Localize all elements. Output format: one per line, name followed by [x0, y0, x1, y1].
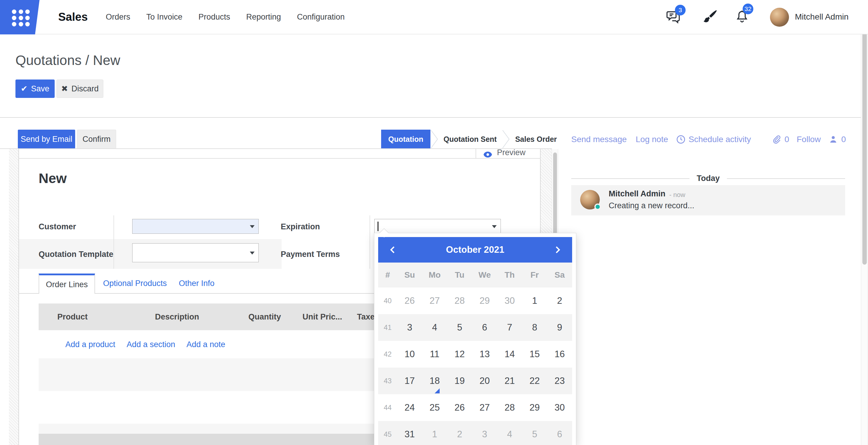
add-a-product-link[interactable]: Add a product: [65, 340, 115, 349]
calendar-day[interactable]: 27: [472, 402, 497, 413]
calendar-week-row: 40262728293012: [378, 287, 572, 314]
breadcrumb[interactable]: Quotations / New: [16, 52, 120, 68]
avatar[interactable]: [770, 8, 789, 27]
menu-orders[interactable]: Orders: [106, 12, 130, 22]
col-description[interactable]: Description: [155, 304, 199, 330]
apps-menu-button[interactable]: [0, 0, 41, 34]
calendar-day[interactable]: 4: [497, 429, 522, 440]
calendar-day[interactable]: 27: [422, 296, 447, 306]
status-steps: Quotation Quotation Sent Sales Order: [381, 130, 562, 149]
calendar-day[interactable]: 6: [472, 322, 497, 333]
tab-optional-products[interactable]: Optional Products: [103, 274, 167, 293]
calendar-day[interactable]: 23: [547, 376, 572, 386]
calendar-day[interactable]: 26: [397, 296, 422, 306]
discard-button[interactable]: ✖ Discard: [57, 79, 103, 98]
calendar-day[interactable]: 18: [422, 376, 447, 386]
calendar-day[interactable]: 3: [472, 429, 497, 440]
calendar-day[interactable]: 15: [522, 349, 547, 360]
message-author[interactable]: Mitchell Admin: [609, 189, 665, 199]
calendar-day[interactable]: 1: [422, 429, 447, 440]
divider: [0, 117, 868, 118]
calendar-day[interactable]: 6: [547, 429, 572, 440]
payment-terms-label: Payment Terms: [281, 250, 340, 259]
attachments-button[interactable]: 0: [771, 133, 789, 146]
menu-reporting[interactable]: Reporting: [246, 12, 281, 22]
apps-grid-icon: [12, 9, 30, 26]
col-quantity[interactable]: Quantity: [248, 304, 281, 330]
step-sales-order[interactable]: Sales Order: [510, 130, 562, 149]
theme-brush-button[interactable]: [702, 0, 718, 34]
calendar-day[interactable]: 16: [547, 349, 572, 360]
step-quotation-sent[interactable]: Quotation Sent: [438, 130, 502, 149]
calendar-day[interactable]: 10: [397, 349, 422, 360]
datepicker-grid: 4026272829301241345678942101112131415164…: [378, 287, 572, 445]
next-month-icon[interactable]: [553, 245, 562, 254]
confirm-button[interactable]: Confirm: [77, 130, 116, 149]
avatar[interactable]: [580, 190, 600, 209]
calendar-day[interactable]: 20: [472, 376, 497, 386]
calendar-day[interactable]: 31: [397, 429, 422, 440]
calendar-day[interactable]: 19: [447, 376, 472, 386]
col-unit-price[interactable]: Unit Pric...: [302, 304, 342, 330]
calendar-day[interactable]: 5: [447, 322, 472, 333]
calendar-day[interactable]: 14: [497, 349, 522, 360]
calendar-day[interactable]: 29: [472, 296, 497, 306]
week-number: 41: [378, 323, 397, 332]
window-scrollbar-track[interactable]: [861, 0, 868, 445]
schedule-activity-button[interactable]: Schedule activity: [676, 133, 751, 146]
calendar-day[interactable]: 8: [522, 322, 547, 333]
calendar-day[interactable]: 11: [422, 349, 447, 360]
calendar-day[interactable]: 28: [497, 402, 522, 413]
today-marker-icon: [435, 388, 440, 393]
step-quotation[interactable]: Quotation: [381, 130, 430, 149]
preview-button[interactable]: Preview: [475, 149, 540, 158]
menu-configuration[interactable]: Configuration: [297, 12, 345, 22]
calendar-day[interactable]: 4: [422, 322, 447, 333]
col-product[interactable]: Product: [57, 304, 88, 330]
date-separator-label: Today: [696, 174, 720, 183]
followers-button[interactable]: 0: [828, 133, 846, 146]
calendar-day[interactable]: 30: [497, 296, 522, 306]
save-button[interactable]: ✔ Save: [16, 79, 55, 98]
calendar-day[interactable]: 25: [422, 402, 447, 413]
calendar-day[interactable]: 30: [547, 402, 572, 413]
send-message-button[interactable]: Send message: [571, 133, 627, 146]
weekday-label: Mo: [422, 270, 447, 280]
calendar-day[interactable]: 1: [522, 296, 547, 306]
calendar-day[interactable]: 26: [447, 402, 472, 413]
calendar-day[interactable]: 28: [447, 296, 472, 306]
follow-button[interactable]: Follow: [797, 133, 821, 146]
add-a-section-link[interactable]: Add a section: [127, 340, 175, 349]
dropdown-caret-icon: [250, 225, 255, 228]
datepicker-month-title[interactable]: October 2021: [446, 244, 504, 255]
calendar-day[interactable]: 12: [447, 349, 472, 360]
tab-other-info[interactable]: Other Info: [179, 274, 215, 293]
add-a-note-link[interactable]: Add a note: [187, 340, 225, 349]
calendar-day[interactable]: 3: [397, 322, 422, 333]
calendar-day[interactable]: 2: [447, 429, 472, 440]
calendar-day[interactable]: 24: [397, 402, 422, 413]
calendar-day[interactable]: 21: [497, 376, 522, 386]
user-menu[interactable]: Mitchell Admin: [795, 0, 849, 34]
menu-products[interactable]: Products: [198, 12, 230, 22]
calendar-day[interactable]: 13: [472, 349, 497, 360]
tab-order-lines[interactable]: Order Lines: [39, 274, 95, 294]
app-title[interactable]: Sales: [58, 0, 88, 34]
send-by-email-button[interactable]: Send by Email: [18, 130, 75, 149]
window-scrollbar-thumb[interactable]: [862, 6, 867, 265]
check-icon: ✔: [21, 84, 28, 94]
calendar-day[interactable]: 5: [522, 429, 547, 440]
expiration-input[interactable]: [374, 219, 501, 234]
calendar-day[interactable]: 22: [522, 376, 547, 386]
prev-month-icon[interactable]: [388, 245, 397, 254]
calendar-day[interactable]: 2: [547, 296, 572, 306]
calendar-day[interactable]: 7: [497, 322, 522, 333]
menu-to-invoice[interactable]: To Invoice: [147, 12, 183, 22]
log-note-button[interactable]: Log note: [636, 133, 668, 146]
quotation-template-input[interactable]: [132, 243, 259, 262]
calendar-day[interactable]: 29: [522, 402, 547, 413]
calendar-day[interactable]: 9: [547, 322, 572, 333]
calendar-day[interactable]: 17: [397, 376, 422, 386]
message-body: Creating a new record...: [609, 201, 694, 210]
customer-input[interactable]: [132, 219, 259, 234]
